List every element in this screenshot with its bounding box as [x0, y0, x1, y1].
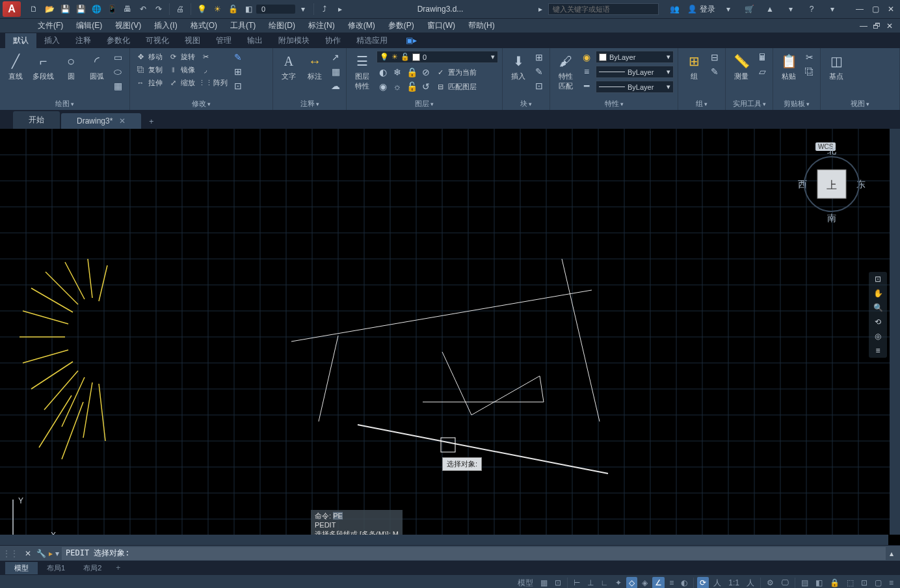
tab-default[interactable]: 默认: [5, 33, 36, 48]
tab-start[interactable]: 开始: [13, 111, 60, 129]
stretch-button[interactable]: ↔拉伸: [134, 77, 164, 88]
ltype-icon[interactable]: ≡: [580, 65, 593, 78]
panel-title[interactable]: 块▾: [507, 98, 546, 110]
status-osnap-icon[interactable]: ◇: [626, 577, 637, 588]
ungroup-icon[interactable]: ⊟: [708, 51, 721, 64]
rect-icon[interactable]: ▭: [111, 51, 124, 64]
chevron-down-icon[interactable]: ▾: [827, 3, 838, 15]
status-ortho-icon[interactable]: ∟: [598, 577, 611, 588]
color-wheel-icon[interactable]: ◉: [580, 51, 593, 64]
layer-color-icon[interactable]: ◧: [243, 3, 254, 15]
status-anno-icon[interactable]: 人: [711, 576, 724, 589]
redo-icon[interactable]: ↷: [153, 3, 165, 15]
group-button[interactable]: ⊞组: [682, 51, 706, 83]
menu-help[interactable]: 帮助(H): [462, 19, 501, 33]
save-icon[interactable]: 💾: [59, 3, 71, 15]
add-tab-button[interactable]: +: [142, 114, 160, 129]
lweight-dropdown[interactable]: ByLayer▾: [596, 81, 674, 93]
maximize-button[interactable]: ▢: [869, 3, 882, 15]
mdi-close[interactable]: ✕: [883, 20, 896, 32]
status-grid-icon[interactable]: ▦: [538, 577, 550, 588]
new-icon[interactable]: 🗋: [28, 3, 40, 15]
menu-window[interactable]: 窗口(W): [421, 19, 462, 33]
chevron-down-icon[interactable]: ▾: [722, 3, 734, 15]
cut-icon[interactable]: ✂: [803, 51, 816, 64]
tab-annotate[interactable]: 注释: [68, 33, 99, 48]
attr-icon[interactable]: ⊡: [533, 79, 546, 92]
status-3dosnap-icon[interactable]: ◈: [639, 577, 650, 588]
status-model[interactable]: 模型: [515, 576, 536, 589]
tab-model[interactable]: 模型: [5, 562, 38, 574]
sun-icon[interactable]: ☀: [211, 3, 223, 15]
minimize-button[interactable]: —: [853, 3, 866, 15]
paste-button[interactable]: 📋粘贴: [777, 51, 801, 83]
status-clean-icon[interactable]: ▢: [872, 577, 884, 588]
menu-param[interactable]: 参数(P): [382, 19, 421, 33]
tab-addon[interactable]: 附加模块: [271, 33, 317, 48]
menu-format[interactable]: 格式(O): [184, 19, 224, 33]
status-snap-icon[interactable]: ⊡: [552, 577, 564, 588]
history-dropdown-icon[interactable]: ▴: [886, 549, 897, 558]
customize-cmd-icon[interactable]: 🔧: [36, 549, 46, 558]
base-button[interactable]: ◫基点: [825, 51, 848, 83]
chevron-down-icon[interactable]: ▾: [785, 3, 797, 15]
ltype-dropdown[interactable]: ByLayer▾: [596, 66, 674, 78]
mdi-minimize[interactable]: —: [857, 20, 870, 32]
tab-current-drawing[interactable]: Drawing3*✕: [61, 113, 141, 129]
menu-tools[interactable]: 工具(T): [224, 19, 262, 33]
cart-icon[interactable]: 🛒: [743, 3, 755, 15]
command-input[interactable]: [62, 547, 886, 560]
status-dyn-icon[interactable]: ⊥: [585, 577, 596, 588]
status-otrack-icon[interactable]: ∠: [652, 577, 665, 588]
layer-lock-icon[interactable]: 🔒: [405, 66, 418, 79]
tab-output[interactable]: 输出: [239, 33, 271, 48]
move-button[interactable]: ✥移动: [134, 51, 164, 62]
explode-icon[interactable]: ⊞: [232, 65, 245, 78]
layer-props-button[interactable]: ☰图层 特性: [351, 51, 374, 92]
panel-title[interactable]: 实用工具▾: [730, 98, 769, 110]
tab-collab[interactable]: 协作: [317, 33, 349, 48]
fillet-button[interactable]: ◞: [199, 64, 229, 75]
layer-dropdown[interactable]: 💡 ☀ 🔓 0 ▾: [377, 51, 498, 63]
calc-icon[interactable]: 🖩: [756, 51, 769, 64]
select-icon[interactable]: ▱: [756, 65, 769, 78]
nav-zoom-icon[interactable]: 🔍: [873, 303, 883, 312]
print-icon[interactable]: 🖨: [174, 3, 186, 15]
lweight-icon[interactable]: ━: [580, 79, 593, 92]
ribbon-play-icon[interactable]: ▣▸: [406, 36, 417, 45]
menu-insert[interactable]: 插入(I): [148, 19, 183, 33]
circle-button[interactable]: ○圆: [59, 51, 83, 83]
menu-file[interactable]: 文件(F): [31, 19, 70, 33]
status-annoscale-icon[interactable]: 人: [744, 576, 757, 589]
layer-thaw-icon[interactable]: ☼: [391, 80, 404, 93]
nav-full-icon[interactable]: ⊡: [875, 274, 881, 284]
search-input[interactable]: [548, 3, 659, 15]
create-block-icon[interactable]: ⊞: [533, 51, 546, 64]
cloud-icon[interactable]: ☁: [329, 79, 342, 92]
layer-unlock-icon[interactable]: 🔓: [405, 80, 418, 93]
status-lweight-icon[interactable]: ≡: [667, 577, 676, 588]
status-iso-icon[interactable]: ⬚: [844, 577, 856, 588]
trim-button[interactable]: ✂: [199, 51, 229, 62]
qat-more-icon[interactable]: ▸: [334, 3, 346, 15]
nav-wheel-icon[interactable]: ◎: [875, 332, 881, 341]
login-button[interactable]: 👤登录: [687, 4, 715, 15]
panel-title[interactable]: 剪贴板▾: [777, 98, 816, 110]
menu-view[interactable]: 视图(V): [109, 19, 148, 33]
layer-freeze-icon[interactable]: ❄: [391, 66, 404, 79]
web-icon[interactable]: 🌐: [90, 3, 102, 15]
status-qp-icon[interactable]: ◧: [813, 577, 825, 588]
status-custom-icon[interactable]: ≡: [886, 577, 896, 588]
array-button[interactable]: ⋮⋮阵列: [199, 77, 229, 88]
layer-prev-icon[interactable]: ↺: [419, 80, 432, 93]
ellipse-icon[interactable]: ⬭: [111, 65, 124, 78]
layer-iso-icon[interactable]: ◐: [377, 66, 390, 79]
viewcube[interactable]: 北 西 东 南 上 WCS: [796, 142, 867, 226]
layer-on-icon[interactable]: ◉: [377, 80, 390, 93]
status-monitor-icon[interactable]: 🖵: [778, 577, 791, 588]
close-button[interactable]: ✕: [884, 3, 897, 15]
menu-modify[interactable]: 修改(M): [341, 19, 382, 33]
measure-button[interactable]: 📏测量: [730, 51, 753, 83]
drawing-canvas[interactable]: Y X 选择对象: 北 西 东 南 上 WCS ⊡ ✋ 🔍 ⟲ ◎ ≡ 命令: …: [0, 129, 900, 545]
panel-title[interactable]: 修改▾: [134, 98, 269, 110]
